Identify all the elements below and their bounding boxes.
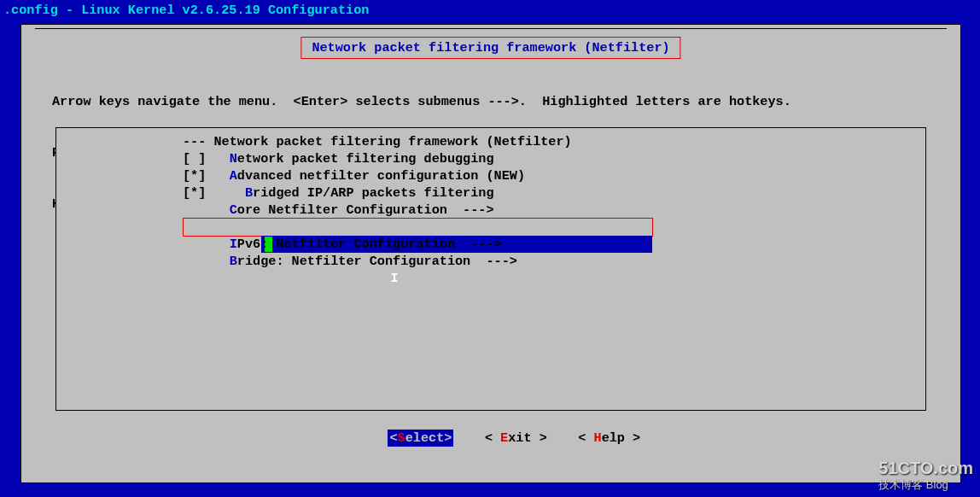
- help-button[interactable]: < Help >: [578, 430, 640, 446]
- section-title-frame: Network packet filtering framework (Netf…: [300, 37, 680, 59]
- button-bar: <SSelectelect> < Exit > < Help >: [21, 412, 960, 464]
- menu-header: --- Network packet filtering framework (…: [56, 133, 925, 150]
- menu-item-debugging[interactable]: [ ] Network packet filtering debugging: [56, 150, 925, 167]
- hotkey: B: [245, 185, 253, 201]
- terminal-window: .config - Linux Kernel v2.6.25.19 Config…: [0, 0, 980, 497]
- menu-listbox[interactable]: --- Network packet filtering framework (…: [55, 127, 926, 411]
- hotkey: A: [230, 168, 237, 184]
- menu-item-ipv6[interactable]: IPv6: Netfilter Configuration --->: [56, 236, 925, 253]
- menu-item-bridge[interactable]: Bridge: Netfilter Configuration --->: [56, 253, 925, 270]
- hotkey: I: [230, 237, 237, 252]
- menu-item-ip-netfilter-selected[interactable]: IP: Netfilter Configuration --->: [56, 219, 925, 236]
- menu-item-core[interactable]: Core Netfilter Configuration --->: [56, 202, 925, 219]
- exit-button[interactable]: < Exit >: [485, 430, 547, 446]
- hotkey: C: [230, 202, 237, 218]
- watermark: 51CTO.com 技术博客 Blog: [878, 459, 973, 494]
- select-button[interactable]: <SSelectelect>: [388, 430, 453, 447]
- divider: [35, 28, 947, 29]
- menu-item-advanced[interactable]: [*] Advanced netfilter configuration (NE…: [56, 167, 925, 184]
- section-title: Network packet filtering framework (Netf…: [312, 40, 669, 56]
- help-line-1: Arrow keys navigate the menu. <Enter> se…: [52, 93, 935, 110]
- hotkey: I: [391, 271, 399, 286]
- watermark-sub: 技术博客 Blog: [878, 477, 973, 494]
- window-title: .config - Linux Kernel v2.6.25.19 Config…: [0, 0, 980, 19]
- menu-item-bridged[interactable]: [*] Bridged IP/ARP packets filtering: [56, 184, 925, 202]
- hotkey: N: [230, 151, 237, 167]
- menuconfig-dialog: Network packet filtering framework (Netf…: [20, 24, 961, 483]
- hotkey: B: [230, 254, 237, 269]
- watermark-main: 51CTO.com: [878, 459, 973, 477]
